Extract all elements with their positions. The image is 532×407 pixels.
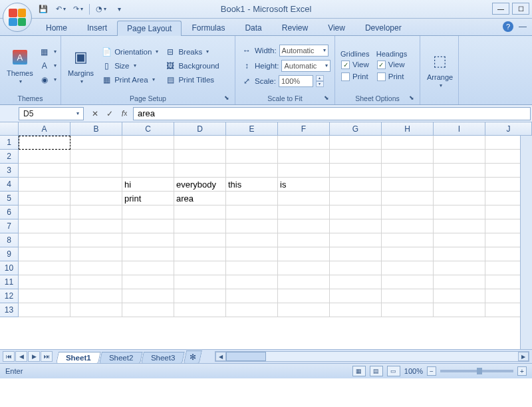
col-header[interactable]: A — [19, 122, 70, 136]
prev-sheet-button[interactable]: ◀ — [15, 351, 27, 362]
enter-formula-button[interactable]: ✓ — [102, 107, 117, 120]
cell[interactable] — [330, 275, 382, 289]
width-combo[interactable]: Automatic▾ — [279, 45, 329, 57]
cell[interactable]: hi — [122, 178, 174, 192]
cell[interactable] — [70, 164, 122, 178]
cell[interactable] — [70, 289, 122, 303]
tab-page-layout[interactable]: Page Layout — [117, 21, 182, 36]
cell[interactable] — [330, 164, 382, 178]
cell[interactable] — [434, 205, 485, 219]
cell[interactable] — [226, 261, 278, 275]
cell[interactable] — [122, 247, 174, 261]
scale-combo[interactable]: 100% — [279, 75, 313, 87]
first-sheet-button[interactable]: ⏮ — [3, 351, 15, 362]
cell[interactable] — [19, 275, 70, 289]
qat-customize-icon[interactable]: ▾ — [112, 3, 124, 15]
cell[interactable] — [174, 247, 226, 261]
cell[interactable] — [19, 164, 70, 178]
cell[interactable] — [330, 136, 382, 150]
cell[interactable] — [70, 247, 122, 261]
cell[interactable] — [19, 178, 70, 192]
row-header[interactable]: 6 — [0, 205, 19, 219]
cell[interactable] — [382, 136, 434, 150]
cell[interactable] — [122, 303, 174, 317]
scale-down-button[interactable]: ▾ — [316, 81, 324, 87]
cell[interactable] — [174, 233, 226, 247]
cell[interactable] — [122, 164, 174, 178]
cell[interactable] — [19, 150, 70, 164]
cell[interactable] — [330, 219, 382, 233]
theme-fonts-button[interactable]: A▾ — [37, 59, 59, 72]
cell[interactable] — [434, 136, 485, 150]
cell[interactable] — [226, 205, 278, 219]
cell[interactable] — [330, 178, 382, 192]
scroll-right-button[interactable]: ▶ — [518, 352, 529, 361]
cell[interactable] — [70, 219, 122, 233]
cell[interactable] — [278, 261, 330, 275]
cell[interactable] — [226, 136, 278, 150]
name-box[interactable]: D5▾ — [19, 107, 84, 120]
col-header[interactable]: I — [434, 122, 485, 136]
cell[interactable] — [70, 192, 122, 205]
cell[interactable]: is — [278, 178, 330, 192]
scale-launcher-icon[interactable]: ⬊ — [323, 94, 331, 102]
cell[interactable] — [174, 205, 226, 219]
formula-input[interactable]: area — [133, 107, 531, 120]
gridlines-view-checkbox[interactable]: ✓View — [339, 59, 371, 70]
row-header[interactable]: 9 — [0, 247, 19, 261]
cell[interactable] — [434, 219, 485, 233]
zoom-out-button[interactable]: − — [427, 366, 436, 376]
cell[interactable] — [122, 233, 174, 247]
tab-data[interactable]: Data — [235, 20, 271, 35]
cell[interactable] — [70, 261, 122, 275]
cell[interactable] — [174, 275, 226, 289]
theme-effects-button[interactable]: ◉▾ — [37, 73, 59, 86]
cell[interactable] — [174, 303, 226, 317]
cell[interactable] — [382, 219, 434, 233]
cell[interactable] — [70, 275, 122, 289]
headings-print-checkbox[interactable]: Print — [375, 71, 408, 82]
cell[interactable] — [382, 275, 434, 289]
cell[interactable] — [434, 192, 485, 205]
cell[interactable] — [70, 303, 122, 317]
height-combo[interactable]: Automatic▾ — [281, 60, 331, 72]
cell[interactable] — [226, 289, 278, 303]
cell[interactable] — [382, 150, 434, 164]
cell[interactable] — [330, 261, 382, 275]
tab-formulas[interactable]: Formulas — [182, 20, 235, 35]
cell[interactable] — [19, 219, 70, 233]
zoom-slider[interactable] — [440, 370, 513, 372]
col-header[interactable]: B — [70, 122, 122, 136]
cell[interactable] — [19, 303, 70, 317]
redo-icon[interactable]: ↷▾ — [72, 3, 84, 15]
col-header[interactable]: J — [485, 122, 532, 136]
new-sheet-button[interactable]: ✻ — [184, 350, 202, 363]
cell[interactable] — [19, 233, 70, 247]
cell[interactable] — [226, 247, 278, 261]
cell[interactable] — [19, 136, 70, 150]
row-header[interactable]: 10 — [0, 261, 19, 275]
cell[interactable] — [19, 261, 70, 275]
maximize-button[interactable]: ☐ — [512, 3, 529, 15]
sheet-tab-3[interactable]: Sheet3 — [141, 352, 185, 363]
tab-view[interactable]: View — [318, 20, 355, 35]
save-icon[interactable]: 💾 — [37, 3, 49, 15]
tab-insert[interactable]: Insert — [77, 20, 117, 35]
scroll-thumb[interactable] — [226, 352, 266, 361]
cell[interactable] — [278, 233, 330, 247]
cell[interactable] — [330, 233, 382, 247]
row-header[interactable]: 8 — [0, 233, 19, 247]
cell[interactable]: this — [226, 178, 278, 192]
col-header[interactable]: C — [122, 122, 174, 136]
cell[interactable] — [278, 247, 330, 261]
row-header[interactable]: 2 — [0, 150, 19, 164]
cell[interactable] — [330, 192, 382, 205]
row-header[interactable]: 11 — [0, 275, 19, 289]
cell[interactable] — [278, 136, 330, 150]
headings-view-checkbox[interactable]: ✓View — [375, 59, 408, 70]
cancel-formula-button[interactable]: ✕ — [88, 107, 102, 120]
cell[interactable] — [122, 150, 174, 164]
page-layout-view-button[interactable]: ▤ — [370, 366, 383, 376]
cell[interactable] — [70, 136, 122, 150]
cell[interactable] — [278, 289, 330, 303]
